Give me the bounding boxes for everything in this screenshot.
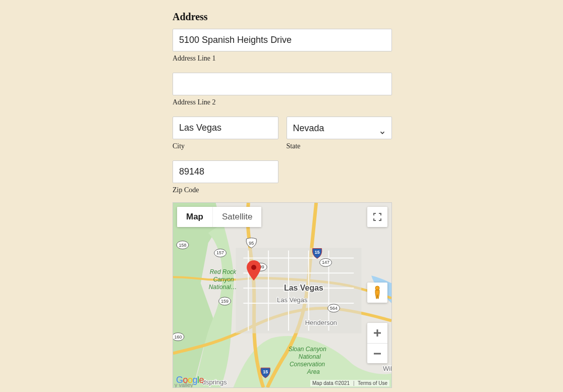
map[interactable]: 158 157 159 160 599 147 564 95 15 15 Las… bbox=[173, 202, 392, 388]
svg-text:Conservation: Conservation bbox=[290, 361, 325, 368]
svg-text:National…: National… bbox=[209, 284, 237, 291]
zip-row: Zip Code bbox=[173, 160, 392, 194]
city-input[interactable] bbox=[173, 117, 278, 139]
svg-text:Red Rock: Red Rock bbox=[210, 268, 237, 275]
pegman-icon bbox=[372, 286, 383, 300]
svg-text:15: 15 bbox=[315, 250, 320, 255]
city-state-row: City Nevada State bbox=[173, 117, 392, 150]
pegman-button[interactable] bbox=[367, 283, 387, 303]
zip-label: Zip Code bbox=[173, 186, 278, 194]
svg-text:Canyon: Canyon bbox=[213, 276, 234, 283]
svg-text:157: 157 bbox=[216, 250, 224, 255]
map-canvas: 158 157 159 160 599 147 564 95 15 15 Las… bbox=[173, 203, 391, 387]
svg-text:147: 147 bbox=[322, 260, 329, 265]
state-label: State bbox=[287, 142, 392, 150]
svg-text:159: 159 bbox=[221, 299, 229, 304]
zip-input[interactable] bbox=[173, 160, 278, 183]
svg-text:160: 160 bbox=[174, 334, 182, 340]
city-block: City bbox=[173, 117, 278, 150]
svg-text:95: 95 bbox=[249, 241, 254, 246]
svg-text:564: 564 bbox=[330, 306, 337, 311]
svg-text:Henderson: Henderson bbox=[305, 319, 337, 326]
svg-text:Sloan Canyon: Sloan Canyon bbox=[289, 346, 326, 353]
svg-text:Wil: Wil bbox=[383, 365, 391, 372]
svg-point-42 bbox=[375, 286, 379, 290]
address-line-1-input[interactable] bbox=[173, 29, 392, 51]
state-block: Nevada State bbox=[287, 117, 392, 150]
map-type-satellite-button[interactable]: Satellite bbox=[212, 207, 261, 227]
zoom-out-button[interactable] bbox=[367, 343, 387, 363]
svg-text:Las Vegas: Las Vegas bbox=[277, 296, 307, 304]
plus-icon bbox=[373, 328, 382, 338]
map-type-control: Map Satellite bbox=[177, 207, 261, 227]
svg-text:15: 15 bbox=[263, 369, 268, 374]
address-line-2-block: Address Line 2 bbox=[173, 73, 392, 106]
svg-text:Las Vegas: Las Vegas bbox=[284, 284, 323, 292]
fullscreen-button[interactable] bbox=[367, 207, 387, 227]
zoom-control bbox=[367, 323, 387, 363]
svg-text:dsprings: dsprings bbox=[202, 378, 227, 386]
address-line-2-input[interactable] bbox=[173, 73, 392, 95]
address-line-2-label: Address Line 2 bbox=[173, 98, 392, 106]
address-form: Address Address Line 1 Address Line 2 Ci… bbox=[173, 11, 392, 388]
minus-icon bbox=[373, 349, 382, 358]
zip-block: Zip Code bbox=[173, 160, 278, 194]
form-heading: Address bbox=[173, 11, 392, 23]
zoom-in-button[interactable] bbox=[367, 323, 387, 343]
svg-text:599: 599 bbox=[257, 264, 264, 269]
state-select[interactable]: Nevada bbox=[287, 117, 392, 139]
map-data-text: Map data ©2021 bbox=[312, 380, 350, 386]
map-attribution: Map data ©2021 | Terms of Use bbox=[310, 380, 389, 386]
svg-text:National: National bbox=[299, 353, 321, 360]
google-logo: Google bbox=[176, 375, 204, 385]
address-line-1-block: Address Line 1 bbox=[173, 29, 392, 63]
city-label: City bbox=[173, 142, 278, 150]
map-terms-link[interactable]: Terms of Use bbox=[358, 380, 387, 386]
address-line-1-label: Address Line 1 bbox=[173, 54, 392, 63]
fullscreen-icon bbox=[373, 212, 382, 221]
map-type-map-button[interactable]: Map bbox=[177, 207, 212, 227]
svg-text:Area: Area bbox=[307, 368, 320, 375]
svg-text:158: 158 bbox=[179, 243, 186, 248]
